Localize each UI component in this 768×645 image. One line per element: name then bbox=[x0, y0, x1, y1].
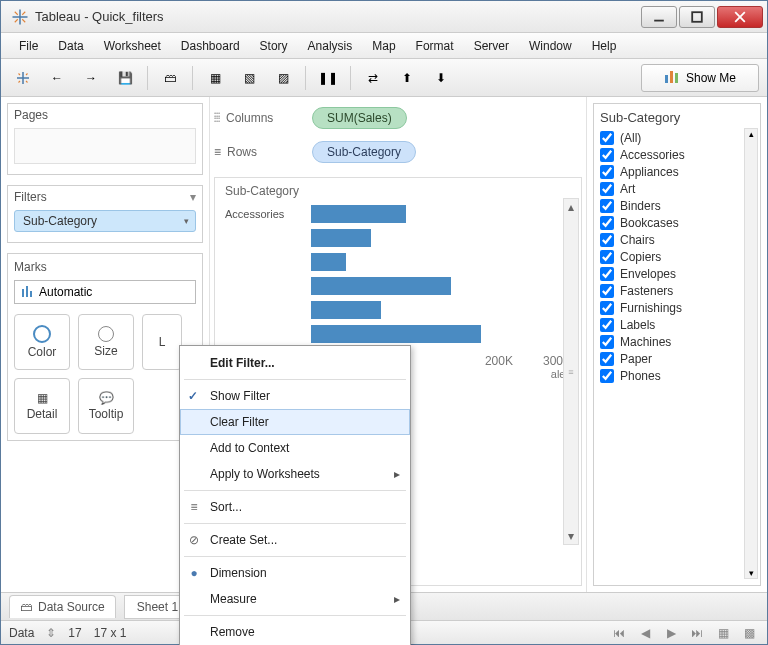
filter-checkbox[interactable] bbox=[600, 301, 614, 315]
mark-color-button[interactable]: Color bbox=[14, 314, 70, 370]
menu-window[interactable]: Window bbox=[521, 35, 580, 57]
cm-edit-filter[interactable]: Edit Filter... bbox=[180, 350, 410, 376]
menu-story[interactable]: Story bbox=[252, 35, 296, 57]
viz-scrollbar[interactable]: ▴ ≡ ▾ bbox=[563, 198, 579, 545]
menu-worksheet[interactable]: Worksheet bbox=[96, 35, 169, 57]
rows-pill[interactable]: Sub-Category bbox=[312, 141, 416, 163]
mark-label-button[interactable]: L bbox=[142, 314, 182, 370]
chevron-down-icon[interactable]: ▾ bbox=[190, 190, 196, 204]
filter-check-item[interactable]: Fasteners bbox=[600, 284, 754, 298]
show-me-button[interactable]: Show Me bbox=[641, 64, 759, 92]
cm-clear-filter[interactable]: Clear Filter bbox=[180, 409, 410, 435]
filter-checkbox[interactable] bbox=[600, 165, 614, 179]
filter-checkbox[interactable] bbox=[600, 131, 614, 145]
columns-shelf[interactable]: ⦙⦙⦙Columns SUM(Sales) bbox=[214, 103, 582, 133]
filter-check-item[interactable]: Phones bbox=[600, 369, 754, 383]
marks-type-dropdown[interactable]: Automatic bbox=[14, 280, 196, 304]
menu-server[interactable]: Server bbox=[466, 35, 517, 57]
tableau-logo-button[interactable] bbox=[9, 64, 37, 92]
view-mode-icon[interactable]: ▦ bbox=[713, 624, 733, 642]
filter-checkbox[interactable] bbox=[600, 284, 614, 298]
new-worksheet-button[interactable]: ▦ bbox=[201, 64, 229, 92]
cm-sort[interactable]: ≡Sort... bbox=[180, 494, 410, 520]
undo-button[interactable]: ← bbox=[43, 64, 71, 92]
filter-checkbox[interactable] bbox=[600, 182, 614, 196]
bar[interactable] bbox=[311, 205, 406, 223]
view-mode2-icon[interactable]: ▩ bbox=[739, 624, 759, 642]
close-button[interactable] bbox=[717, 6, 763, 28]
nav-last-icon[interactable]: ⏭ bbox=[687, 624, 707, 642]
filter-check-item[interactable]: Machines bbox=[600, 335, 754, 349]
mark-size-button[interactable]: Size bbox=[78, 314, 134, 370]
filter-checkbox[interactable] bbox=[600, 148, 614, 162]
filter-check-item[interactable]: Binders bbox=[600, 199, 754, 213]
filter-checkbox[interactable] bbox=[600, 250, 614, 264]
scroll-up-icon[interactable]: ▴ bbox=[564, 199, 578, 215]
data-source-tab[interactable]: 🗃Data Source bbox=[9, 595, 116, 618]
bar[interactable] bbox=[311, 325, 481, 343]
bar[interactable] bbox=[311, 229, 371, 247]
cm-show-filter[interactable]: Show Filter bbox=[180, 383, 410, 409]
sort-desc-button[interactable]: ⬇ bbox=[427, 64, 455, 92]
filter-checkbox[interactable] bbox=[600, 318, 614, 332]
filter-check-item[interactable]: Bookcases bbox=[600, 216, 754, 230]
filter-checkbox[interactable] bbox=[600, 335, 614, 349]
menu-format[interactable]: Format bbox=[408, 35, 462, 57]
filter-pill-subcategory[interactable]: Sub-Category bbox=[14, 210, 196, 232]
rows-shelf[interactable]: ≡Rows Sub-Category bbox=[214, 137, 582, 167]
filter-checkbox[interactable] bbox=[600, 267, 614, 281]
save-button[interactable]: 💾 bbox=[111, 64, 139, 92]
cm-dimension[interactable]: ●Dimension bbox=[180, 560, 410, 586]
pages-shelf[interactable]: Pages bbox=[7, 103, 203, 175]
bar[interactable] bbox=[311, 277, 451, 295]
clear-button[interactable]: ▨ bbox=[269, 64, 297, 92]
duplicate-button[interactable]: ▧ bbox=[235, 64, 263, 92]
filter-checkbox[interactable] bbox=[600, 199, 614, 213]
filter-check-item[interactable]: Copiers bbox=[600, 250, 754, 264]
minimize-button[interactable] bbox=[641, 6, 677, 28]
menu-analysis[interactable]: Analysis bbox=[300, 35, 361, 57]
filter-check-item[interactable]: Accessories bbox=[600, 148, 754, 162]
filter-checkbox[interactable] bbox=[600, 216, 614, 230]
bar[interactable] bbox=[311, 253, 346, 271]
scroll-up-icon[interactable]: ▴ bbox=[749, 129, 754, 139]
mark-tooltip-button[interactable]: 💬Tooltip bbox=[78, 378, 134, 434]
scroll-down-icon[interactable]: ▾ bbox=[749, 568, 754, 578]
menu-help[interactable]: Help bbox=[584, 35, 625, 57]
pages-drop[interactable] bbox=[14, 128, 196, 164]
sort-asc-button[interactable]: ⬆ bbox=[393, 64, 421, 92]
filter-check-item[interactable]: Envelopes bbox=[600, 267, 754, 281]
filters-shelf[interactable]: Filters▾ Sub-Category bbox=[7, 185, 203, 243]
columns-pill[interactable]: SUM(Sales) bbox=[312, 107, 407, 129]
cm-add-context[interactable]: Add to Context bbox=[180, 435, 410, 461]
nav-first-icon[interactable]: ⏮ bbox=[609, 624, 629, 642]
redo-button[interactable]: → bbox=[77, 64, 105, 92]
nav-prev-icon[interactable]: ◀ bbox=[635, 624, 655, 642]
pause-button[interactable]: ❚❚ bbox=[314, 64, 342, 92]
filter-checkbox[interactable] bbox=[600, 369, 614, 383]
filter-check-item[interactable]: Paper bbox=[600, 352, 754, 366]
nav-next-icon[interactable]: ▶ bbox=[661, 624, 681, 642]
bar[interactable] bbox=[311, 301, 381, 319]
cm-remove[interactable]: Remove bbox=[180, 619, 410, 645]
menu-dashboard[interactable]: Dashboard bbox=[173, 35, 248, 57]
cm-measure[interactable]: Measure bbox=[180, 586, 410, 612]
filter-check-item[interactable]: Appliances bbox=[600, 165, 754, 179]
filter-checkbox[interactable] bbox=[600, 233, 614, 247]
filter-check-item[interactable]: Furnishings bbox=[600, 301, 754, 315]
menu-data[interactable]: Data bbox=[50, 35, 91, 57]
menu-map[interactable]: Map bbox=[364, 35, 403, 57]
filter-check-item[interactable]: Art bbox=[600, 182, 754, 196]
scroll-grip-icon[interactable]: ≡ bbox=[568, 367, 573, 377]
filter-checkbox[interactable] bbox=[600, 352, 614, 366]
cm-create-set[interactable]: ⊘Create Set... bbox=[180, 527, 410, 553]
filter-check-item[interactable]: (All) bbox=[600, 131, 754, 145]
menu-file[interactable]: File bbox=[11, 35, 46, 57]
maximize-button[interactable] bbox=[679, 6, 715, 28]
mark-detail-button[interactable]: ▦Detail bbox=[14, 378, 70, 434]
filter-scrollbar[interactable]: ▴ ▾ bbox=[744, 128, 758, 579]
status-dropdown-icon[interactable]: ⇕ bbox=[46, 626, 56, 640]
filter-check-item[interactable]: Labels bbox=[600, 318, 754, 332]
new-data-button[interactable]: 🗃 bbox=[156, 64, 184, 92]
filter-check-item[interactable]: Chairs bbox=[600, 233, 754, 247]
